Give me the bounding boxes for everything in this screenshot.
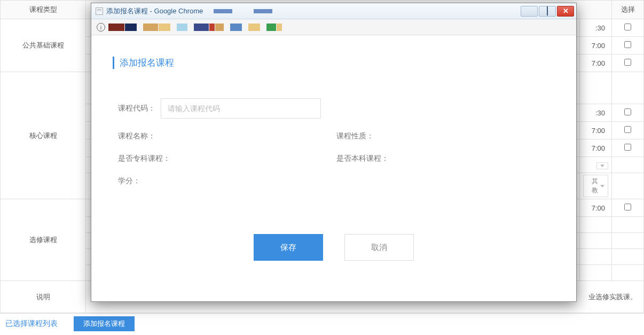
dialog-window: 添加报名课程 - Google Chrome ✕ i <box>91 3 577 302</box>
cell-public-basic: 公共基础课程 <box>1 19 86 72</box>
cell-time: 7:00 <box>580 122 612 139</box>
cell-time: 7:00 <box>580 37 612 54</box>
dialog-body: 添加报名课程 课程代码： 课程名称： 课程性质： 是否专科课程： 是否本科课程：… <box>91 35 576 301</box>
titlebar-decoration <box>214 9 272 13</box>
form-grid: 课程代码： 课程名称： 课程性质： 是否专科课程： 是否本科课程： 学分： <box>113 98 555 186</box>
chevron-down-icon <box>600 185 604 188</box>
cancel-button[interactable]: 取消 <box>344 234 414 261</box>
address-bar[interactable]: i <box>91 19 576 35</box>
save-button[interactable]: 保存 <box>254 234 323 261</box>
cell-elective: 选修课程 <box>1 199 86 281</box>
page-icon <box>96 7 103 15</box>
cell-time: :30 <box>580 19 612 37</box>
footer-bar: 已选择课程列表 添加报名课程 <box>0 313 644 334</box>
label-credit: 学分： <box>118 176 140 186</box>
label-course-code: 课程代码： <box>118 104 155 113</box>
row-checkbox[interactable] <box>624 108 631 115</box>
close-icon: ✕ <box>563 7 569 14</box>
chevron-down-icon <box>600 165 604 167</box>
maximize-button[interactable] <box>539 6 556 17</box>
cell-core-course: 核心课程 <box>1 72 86 199</box>
cell-time: 7:00 <box>580 54 612 72</box>
row-checkbox[interactable] <box>624 144 631 151</box>
selected-courses-link[interactable]: 已选择课程列表 <box>5 319 58 329</box>
dialog-heading: 添加报名课程 <box>113 57 555 69</box>
label-course-name: 课程名称： <box>118 131 155 141</box>
cell-time: :30 <box>580 104 612 122</box>
row-checkbox[interactable] <box>624 24 631 30</box>
row-checkbox[interactable] <box>624 41 631 48</box>
cell-time: 7:00 <box>580 139 612 157</box>
row-checkbox[interactable] <box>624 126 631 133</box>
window-title: 添加报名课程 - Google Chrome <box>106 6 203 16</box>
close-button[interactable]: ✕ <box>557 6 574 17</box>
dialog-actions: 保存 取消 <box>113 234 555 261</box>
row-checkbox[interactable] <box>624 204 631 211</box>
label-course-nature: 课程性质： <box>336 131 374 141</box>
label-zhuanke: 是否专科课程： <box>118 154 170 163</box>
add-course-button[interactable]: 添加报名课程 <box>74 316 135 331</box>
url-redacted <box>108 24 282 31</box>
dropdown-partial[interactable]: 其教 <box>583 175 608 197</box>
course-code-input[interactable] <box>161 98 321 119</box>
cell-description: 说明 <box>1 281 86 313</box>
maximize-icon <box>547 7 548 15</box>
row-checkbox[interactable] <box>624 59 631 66</box>
minimize-button[interactable] <box>521 6 538 17</box>
header-course-type: 课程类型 <box>1 1 86 19</box>
dropdown-partial[interactable] <box>596 162 608 169</box>
cell-time: 7:00 <box>580 199 612 217</box>
info-icon[interactable]: i <box>97 23 105 32</box>
window-titlebar[interactable]: 添加报名课程 - Google Chrome ✕ <box>91 3 576 19</box>
label-benke: 是否本科课程： <box>336 154 389 163</box>
header-select: 选择 <box>612 1 644 19</box>
